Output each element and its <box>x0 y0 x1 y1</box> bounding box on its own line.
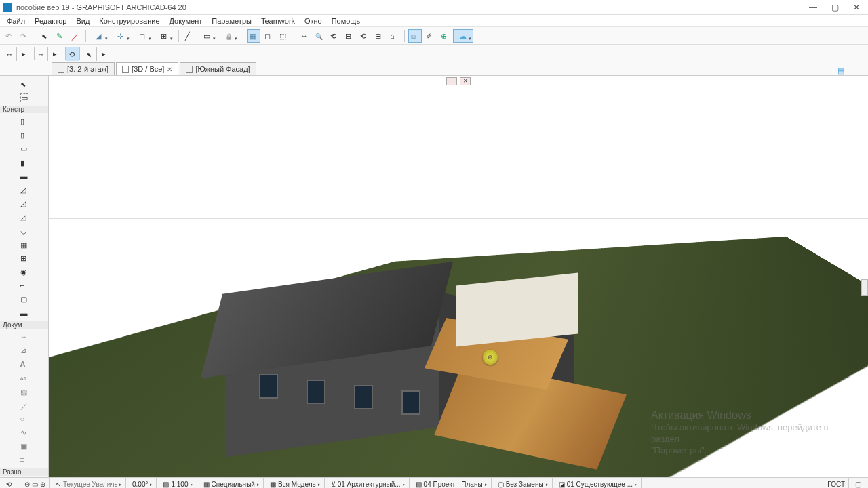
text-tool[interactable] <box>17 358 32 371</box>
line-tool[interactable] <box>17 399 32 411</box>
orbit-cursor-icon: ⊕ <box>483 350 498 365</box>
zoom-in-button[interactable]: ⊕ <box>40 481 45 488</box>
constr-1-button[interactable] <box>35 47 48 61</box>
measure-button[interactable] <box>298 29 311 43</box>
constr-1-drop[interactable]: ▸ <box>48 47 62 61</box>
menu-edit[interactable]: Редактор <box>31 17 71 25</box>
explore-button[interactable] <box>342 29 356 43</box>
snap-guide-button[interactable] <box>111 29 132 43</box>
right-panel-handle[interactable] <box>861 279 868 296</box>
trace-ref-button[interactable] <box>262 29 275 43</box>
grid-snap-button[interactable] <box>155 29 175 43</box>
curtainwall-tool[interactable] <box>17 251 32 264</box>
arrow-mode-button[interactable] <box>66 47 79 61</box>
orbit-button[interactable] <box>328 29 341 43</box>
geom-1-drop[interactable]: ▸ <box>17 47 31 61</box>
home-view-button[interactable] <box>387 29 401 43</box>
pick-param-button[interactable] <box>39 29 52 43</box>
cloud-button[interactable] <box>453 29 473 43</box>
zoom-out-button[interactable]: ⊖ <box>24 481 30 488</box>
tab-overflow-button[interactable]: ▤ <box>834 64 848 77</box>
menu-help[interactable]: Помощь <box>328 17 365 25</box>
redo-button[interactable] <box>18 29 31 43</box>
close-tab-button[interactable]: ✕ <box>167 66 172 73</box>
renovation-filter-seg[interactable]: ◪ 01 Существующее ... ▸ <box>555 478 642 488</box>
mesh-tool[interactable] <box>17 306 32 319</box>
guideline-button[interactable] <box>90 29 110 43</box>
view-options-seg[interactable]: ▦ Специальный ▸ <box>200 478 264 488</box>
tab-more-button[interactable]: ⋯ <box>850 64 864 77</box>
door-tool[interactable] <box>17 129 32 142</box>
floor-plan-icon <box>58 66 64 73</box>
menu-window[interactable]: Окно <box>300 17 326 25</box>
3d-viewport[interactable]: ✕ ⊕ Активация Windows Чтобы активировать <box>49 76 868 477</box>
reno-filter-icon: ◪ <box>559 481 565 488</box>
ruler-button[interactable] <box>182 29 196 43</box>
beam-tool[interactable] <box>17 169 32 182</box>
menu-file[interactable]: Файл <box>3 17 29 25</box>
standard-seg[interactable]: ГОСТ <box>824 478 849 488</box>
spline-tool[interactable] <box>17 426 32 439</box>
tab-3d-view[interactable]: [3D / Все] ✕ <box>116 62 178 75</box>
object-tool[interactable] <box>17 279 32 292</box>
menu-design[interactable]: Конструирование <box>95 17 163 25</box>
suspend-button[interactable] <box>219 29 239 43</box>
level-tool[interactable] <box>17 344 32 357</box>
roof-tool[interactable] <box>17 211 32 224</box>
scale-seg[interactable]: ▤ 1:100 ▸ <box>159 478 197 488</box>
wall-tool[interactable] <box>17 115 32 127</box>
fill-tool[interactable] <box>17 385 32 398</box>
geom-1-button[interactable] <box>3 47 17 61</box>
figure-tool[interactable] <box>17 440 32 453</box>
zoom-fit-button[interactable]: ▭ <box>32 481 38 488</box>
menu-document[interactable]: Документ <box>165 17 207 25</box>
zoom-drop[interactable]: ▸ <box>119 482 122 487</box>
menu-options[interactable]: Параметры <box>208 17 256 25</box>
snap-point-button[interactable] <box>133 29 153 43</box>
maximize-button[interactable]: ▢ <box>830 3 840 12</box>
trace-fill-button[interactable] <box>277 29 290 43</box>
model-filter-seg[interactable]: ▦ Вся Модель ▸ <box>267 478 325 488</box>
inject-param-button[interactable] <box>54 29 67 43</box>
window-tool[interactable] <box>17 142 32 155</box>
zoom-button[interactable] <box>313 29 326 43</box>
minimize-button[interactable]: — <box>808 3 818 12</box>
slab-tool[interactable] <box>17 183 32 196</box>
zoom-input[interactable] <box>63 481 117 488</box>
stair-tool[interactable] <box>17 197 32 210</box>
pen-set-seg[interactable]: ▤ 04 Проект - Планы ▸ <box>412 478 492 488</box>
menu-teamwork[interactable]: Teamwork <box>257 17 299 25</box>
cursor-drop[interactable]: ▸ <box>97 47 111 61</box>
tab-elevation[interactable]: [Южный Фасад] <box>180 62 256 75</box>
dimension-tool[interactable] <box>17 330 32 343</box>
gravity-button[interactable] <box>197 29 218 43</box>
arrow-tool[interactable] <box>17 77 32 90</box>
status-extra-button[interactable]: ▢ <box>852 478 865 488</box>
zone-tool[interactable] <box>17 293 32 306</box>
renovation-seg[interactable]: ▢ Без Замены ▸ <box>494 478 553 488</box>
edit-elements-button[interactable] <box>423 29 437 43</box>
trace-button[interactable] <box>247 29 260 43</box>
3d-cutaway-button[interactable] <box>408 29 422 43</box>
circle-tool[interactable] <box>17 412 32 425</box>
drawing-tool[interactable] <box>17 453 32 466</box>
undo-button[interactable] <box>3 29 16 43</box>
cursor-mode-button[interactable] <box>83 47 97 61</box>
elevation-icon <box>186 66 193 73</box>
skylight-tool[interactable] <box>17 238 32 251</box>
section-button[interactable] <box>372 29 386 43</box>
menu-view[interactable]: Вид <box>72 17 94 25</box>
morph-tool[interactable] <box>17 265 32 278</box>
trim-button[interactable] <box>68 29 82 43</box>
zoom-prev-button[interactable] <box>3 478 18 488</box>
tab-floor-plan[interactable]: [3. 2-й этаж] <box>52 62 115 75</box>
layer-combo-seg[interactable]: ⊻ 01 Архитектурный... ▸ <box>328 478 410 488</box>
angle-seg[interactable]: 0.00° ▸ <box>129 478 157 488</box>
label-tool[interactable] <box>17 371 32 384</box>
show-selection-button[interactable] <box>438 29 452 43</box>
marquee-tool[interactable] <box>17 91 32 104</box>
close-button[interactable]: ✕ <box>852 3 861 12</box>
column-tool[interactable] <box>17 156 32 169</box>
shell-tool[interactable] <box>17 224 32 237</box>
walk-button[interactable] <box>357 29 371 43</box>
